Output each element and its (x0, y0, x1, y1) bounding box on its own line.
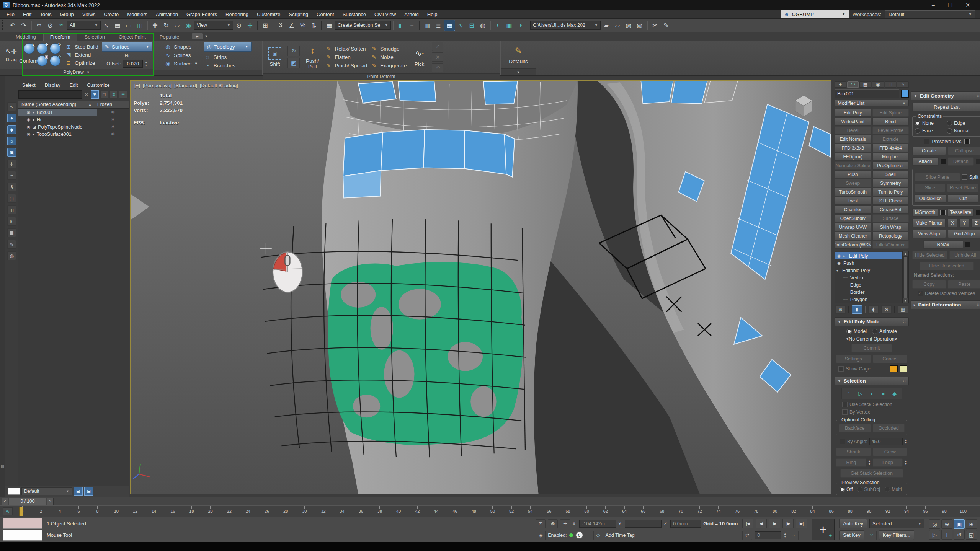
draw-on-surface-dropdown[interactable]: ✎ Surface ▼ (102, 42, 152, 52)
tab-create[interactable]: + (835, 81, 846, 88)
polydraw-topology-button[interactable]: ◎Topology▼ (204, 42, 252, 52)
viewport-menu-shading[interactable]: [Default Shading] (200, 83, 238, 88)
collapse-button[interactable]: Collapse (948, 147, 980, 155)
frozen-toggle[interactable]: ✻ (97, 117, 129, 122)
frame-tick[interactable]: 62 (601, 506, 610, 516)
maximize-viewport-icon[interactable]: ◱ (966, 530, 977, 540)
project-folder-dropdown[interactable]: C:\Users\JI...ds Max 202▼ (530, 21, 601, 30)
get-stack-selection-button[interactable]: Get Stack Selection (840, 469, 903, 478)
frame-tick[interactable]: 48 (469, 506, 479, 516)
toggle-ribbon-icon[interactable]: ▦ (444, 20, 455, 31)
attach-settings-icon[interactable] (941, 159, 946, 164)
rendered-frame-window-icon[interactable]: ▣ (504, 20, 514, 31)
frame-tick[interactable]: 100 (959, 506, 968, 516)
show-cage-checkbox[interactable] (838, 366, 844, 372)
add-time-tag-label[interactable]: Add Time Tag (606, 533, 635, 538)
shapes-filter-icon[interactable]: ◆ (7, 125, 16, 134)
constraint-none-radio[interactable]: None (915, 121, 947, 126)
frame-tick[interactable]: 80 (770, 506, 779, 516)
viewport-menu-renderer[interactable]: [Standard] (174, 83, 197, 88)
frame-tick[interactable]: 54 (526, 506, 535, 516)
set-keys-button[interactable]: +✦ (812, 519, 835, 540)
repeat-last-button[interactable]: Repeat Last (912, 103, 980, 111)
object-color-swatch[interactable] (901, 90, 909, 98)
frame-tick[interactable]: 30 (300, 506, 309, 516)
clear-search-icon[interactable]: ✕ (84, 92, 89, 98)
explorer-menu-select[interactable]: Select (18, 82, 39, 89)
toggle-scene-explorer-icon[interactable]: ▥ (422, 20, 433, 31)
time-slider-track[interactable] (54, 498, 978, 505)
ribbon-media-icon[interactable]: ▶ (192, 33, 203, 39)
object-name-field[interactable]: Box001 (835, 89, 899, 98)
ribbon-tab-object-paint[interactable]: Object Paint (112, 33, 152, 41)
preview-multi-radio[interactable]: Multi (885, 487, 902, 492)
edit-filter-icon[interactable]: ✎ (7, 240, 16, 249)
conform-scale-icon[interactable]: ▣ (37, 55, 47, 66)
frame-tick[interactable]: 6 (74, 506, 83, 516)
stack-item-push[interactable]: ◉Push (835, 259, 902, 267)
stack-scrollbar[interactable]: ▲ ▼ (902, 251, 908, 303)
scene-object-row[interactable]: ◉●TopoSurface001✻ (18, 130, 129, 138)
bind-to-space-warp-icon[interactable]: ≈ (56, 20, 67, 31)
select-and-place-icon[interactable]: ◉ (183, 20, 194, 31)
restore-button[interactable]: ❐ (948, 2, 953, 8)
split-checkbox[interactable] (962, 174, 967, 180)
menu-tools[interactable]: Tools (36, 11, 56, 17)
select-and-move-icon[interactable]: ✚ (150, 20, 160, 31)
groups-filter-icon[interactable]: ◫ (7, 205, 16, 214)
modifier-button-fillet-chamfer[interactable]: Fillet/Chamfer (872, 241, 909, 249)
constraint-edge-radio[interactable]: Edge (947, 121, 965, 126)
frame-tick[interactable]: 92 (883, 506, 892, 516)
perspective-viewport[interactable]: [+][Perspective][Standard][Default Shadi… (130, 80, 831, 494)
explorer-search-input[interactable] (18, 90, 82, 99)
time-slider-handle[interactable]: 0 / 100 (9, 498, 46, 505)
hide-unselected-button[interactable]: Hide Unselected (920, 262, 974, 270)
reference-coordinate-system-dropdown[interactable]: View▼ (194, 21, 233, 30)
edit-geometry-header[interactable]: ▼Edit Geometry∷ (911, 91, 980, 100)
window-crossing-icon[interactable]: ◫ (134, 20, 145, 31)
polydraw-splines-button[interactable]: ∿Splines (164, 52, 198, 58)
frame-tick[interactable]: 24 (243, 506, 253, 516)
explorer-menu-customize[interactable]: Customize (83, 82, 113, 89)
paint-deform-panel-label[interactable]: Paint Deform (263, 73, 500, 79)
cage-color-swatch[interactable] (890, 365, 898, 372)
listener-field[interactable] (3, 530, 42, 541)
helpers-filter-icon[interactable]: ✛ (7, 160, 16, 168)
revert-paint-icon[interactable]: ↶ (432, 63, 443, 72)
tab-display[interactable]: □ (885, 81, 897, 88)
rectangular-selection-region-icon[interactable]: ▭ (123, 20, 134, 31)
folder-options-icon[interactable]: ▧ (634, 20, 645, 31)
modifier-button-twist[interactable]: Twist (835, 197, 871, 205)
render-production-icon[interactable]: ◑ (515, 20, 526, 31)
scissors-icon[interactable]: ✂ (650, 20, 660, 31)
select-and-manipulate-icon[interactable]: ✛ (245, 20, 255, 31)
vertex-icon[interactable]: ∴ (844, 390, 854, 398)
msmooth-settings-icon[interactable] (940, 210, 946, 215)
menu-edit[interactable]: Edit (19, 11, 36, 17)
frame-tick[interactable]: 32 (319, 506, 328, 516)
next-frame-button[interactable]: > (47, 498, 54, 505)
z-coordinate-field[interactable]: 0.0mm (670, 520, 701, 528)
curve-editor-icon[interactable]: ∿ (455, 20, 466, 31)
menu-views[interactable]: Views (78, 11, 100, 17)
frame-tick[interactable]: 14 (149, 506, 158, 516)
visibility-eye-icon[interactable]: ◉ (836, 254, 841, 258)
containers-filter-icon[interactable]: ▢ (7, 194, 16, 203)
constraint-face-radio[interactable]: Face (915, 128, 947, 134)
visibility-eye-icon[interactable]: ◉ (27, 124, 31, 129)
paint-deform-pinch-spreadbutton[interactable]: ✎Pinch/ Spread (325, 62, 368, 68)
create-button[interactable]: Create (912, 147, 946, 155)
frame-tick[interactable]: 74 (714, 506, 723, 516)
close-button[interactable]: ✕ (965, 2, 970, 8)
preview-off-radio[interactable]: Off (840, 487, 853, 492)
frame-tick[interactable]: 94 (902, 506, 911, 516)
selection-lock-icon[interactable]: ⊗ (548, 519, 558, 528)
scroll-up-icon[interactable]: ▲ (904, 252, 907, 256)
detach-settings-icon[interactable] (976, 159, 980, 164)
list-view-icon[interactable]: ▤ (7, 228, 16, 237)
time-tag-cube-icon[interactable]: ◇ (593, 531, 603, 540)
polydraw-branches-button[interactable]: ◔Branches (204, 62, 252, 68)
search-filter-icon[interactable]: ▼ (91, 90, 99, 99)
name-column-header[interactable]: Name (Sorted Ascending) ▲ (18, 102, 94, 107)
modifier-list-dropdown[interactable]: Modifier List ▼ (835, 100, 909, 106)
